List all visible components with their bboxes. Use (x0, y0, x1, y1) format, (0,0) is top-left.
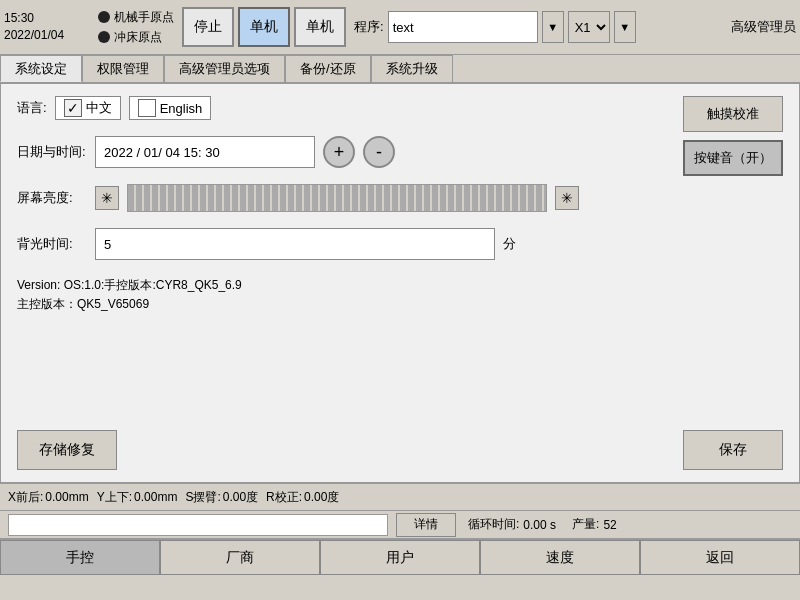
detail-input-field[interactable] (8, 514, 388, 536)
tab-admin-options[interactable]: 高级管理员选项 (164, 55, 285, 82)
backlight-row: 背光时间: 分 (17, 228, 783, 260)
program-input[interactable] (388, 11, 538, 43)
time-text: 15:30 (4, 10, 94, 27)
r-label: R校正: (266, 489, 302, 506)
brightness-label: 屏幕亮度: (17, 189, 87, 207)
output-value: 52 (603, 518, 616, 532)
datetime-minus-button[interactable]: - (363, 136, 395, 168)
english-label: English (160, 101, 203, 116)
main-bottom-buttons: 存储修复 保存 (17, 430, 783, 470)
y-value: 0.00mm (134, 490, 177, 504)
english-option[interactable]: English (129, 96, 212, 120)
main-content: 触摸校准 按键音（开） 语言: ✓ 中文 English 日期与时间: + - … (0, 83, 800, 483)
x1-arrow-btn[interactable]: ▼ (614, 11, 636, 43)
cycle-value: 0.00 s (523, 518, 556, 532)
output-area: 产量: 52 (572, 516, 617, 533)
r-value: 0.00度 (304, 489, 339, 506)
nav-back[interactable]: 返回 (640, 540, 800, 575)
status-bar: X前后: 0.00mm Y上下: 0.00mm S摆臂: 0.00度 R校正: … (0, 483, 800, 511)
datetime-input[interactable] (95, 136, 315, 168)
version-info: Version: OS:1.0:手控版本:CYR8_QK5_6.9 主控版本：Q… (17, 276, 783, 314)
program-label: 程序: (354, 18, 384, 36)
x1-select[interactable]: X1 (568, 11, 610, 43)
touch-calibration-button[interactable]: 触摸校准 (683, 96, 783, 132)
cycle-area: 循环时间: 0.00 s (468, 516, 556, 533)
status-y: Y上下: 0.00mm (97, 489, 178, 506)
version-line1: Version: OS:1.0:手控版本:CYR8_QK5_6.9 (17, 276, 783, 295)
chinese-option[interactable]: ✓ 中文 (55, 96, 121, 120)
x-value: 0.00mm (45, 490, 88, 504)
y-label: Y上下: (97, 489, 132, 506)
detail-row: 详情 循环时间: 0.00 s 产量: 52 (0, 511, 800, 539)
single-mode-button2[interactable]: 单机 (294, 7, 346, 47)
nav-speed[interactable]: 速度 (480, 540, 640, 575)
backlight-input[interactable] (95, 228, 495, 260)
stop-button[interactable]: 停止 (182, 7, 234, 47)
indicator-press: 冲床原点 (98, 29, 174, 46)
status-x: X前后: 0.00mm (8, 489, 89, 506)
date-text: 2022/01/04 (4, 27, 94, 44)
status-s: S摆臂: 0.00度 (185, 489, 258, 506)
nav-manufacturer[interactable]: 厂商 (160, 540, 320, 575)
backlight-label: 背光时间: (17, 235, 87, 253)
tab-system-settings[interactable]: 系统设定 (0, 55, 82, 82)
indicator-mechanical: 机械手原点 (98, 9, 174, 26)
english-checkbox[interactable] (138, 99, 156, 117)
language-label: 语言: (17, 99, 47, 117)
save-restore-button[interactable]: 存储修复 (17, 430, 117, 470)
chinese-label: 中文 (86, 99, 112, 117)
brightness-slider[interactable] (127, 184, 547, 212)
language-row: 语言: ✓ 中文 English (17, 96, 783, 120)
detail-button[interactable]: 详情 (396, 513, 456, 537)
nav-manual-control[interactable]: 手控 (0, 540, 160, 575)
bottom-navigation: 手控 厂商 用户 速度 返回 (0, 539, 800, 575)
program-area: 程序: ▼ X1 ▼ (354, 11, 636, 43)
program-arrow-btn[interactable]: ▼ (542, 11, 564, 43)
datetime-plus-button[interactable]: + (323, 136, 355, 168)
tab-backup-restore[interactable]: 备份/还原 (285, 55, 371, 82)
cycle-label: 循环时间: (468, 516, 519, 533)
admin-label: 高级管理员 (731, 18, 796, 36)
time-display: 15:30 2022/01/04 (4, 10, 94, 44)
dot-mechanical (98, 11, 110, 23)
top-bar: 15:30 2022/01/04 机械手原点 冲床原点 停止 单机 单机 程序:… (0, 0, 800, 55)
status-r: R校正: 0.00度 (266, 489, 339, 506)
key-sound-button[interactable]: 按键音（开） (683, 140, 783, 176)
indicators: 机械手原点 冲床原点 (98, 9, 174, 46)
nav-user[interactable]: 用户 (320, 540, 480, 575)
sun-icon-right: ✳ (555, 186, 579, 210)
indicator-mechanical-label: 机械手原点 (114, 9, 174, 26)
output-label: 产量: (572, 516, 599, 533)
tab-navigation: 系统设定 权限管理 高级管理员选项 备份/还原 系统升级 (0, 55, 800, 83)
dot-press (98, 31, 110, 43)
version-line2: 主控版本：QK5_V65069 (17, 295, 783, 314)
datetime-row: 日期与时间: + - (17, 136, 783, 168)
x-label: X前后: (8, 489, 43, 506)
backlight-unit: 分 (503, 235, 516, 253)
s-label: S摆臂: (185, 489, 220, 506)
save-button[interactable]: 保存 (683, 430, 783, 470)
s-value: 0.00度 (223, 489, 258, 506)
tab-permissions[interactable]: 权限管理 (82, 55, 164, 82)
sun-icon-left: ✳ (95, 186, 119, 210)
chinese-checkbox[interactable]: ✓ (64, 99, 82, 117)
datetime-label: 日期与时间: (17, 143, 87, 161)
tab-system-upgrade[interactable]: 系统升级 (371, 55, 453, 82)
single-mode-button1[interactable]: 单机 (238, 7, 290, 47)
indicator-press-label: 冲床原点 (114, 29, 162, 46)
brightness-row: 屏幕亮度: ✳ ✳ (17, 184, 783, 212)
